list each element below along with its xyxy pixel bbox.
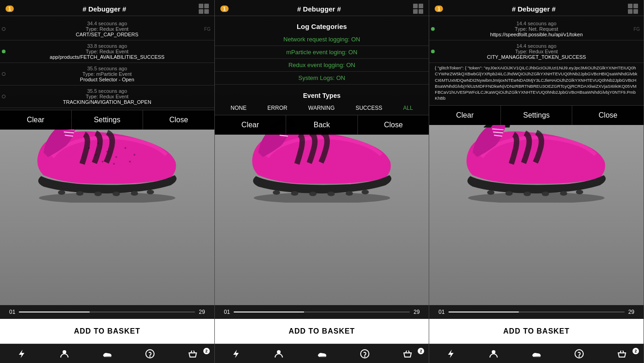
clear-button-1[interactable]: Clear: [0, 110, 72, 130]
svg-point-39: [487, 190, 494, 195]
nav-item-help-2[interactable]: [343, 349, 386, 360]
nav-item-person-1[interactable]: [43, 349, 86, 360]
event-type-warning[interactable]: WARNING: [305, 104, 338, 112]
debugger-logs-1: 34.4 secouns ago Type: Redux Event CART/…: [0, 16, 214, 110]
debugger-overlay-3: 1 # Debugger # 14.4 secouns ago Type: Ne…: [429, 0, 644, 125]
svg-point-42: [542, 192, 549, 196]
log-entry[interactable]: 35.5 secouns ago Type: Redux Event TRACK…: [0, 85, 214, 108]
debugger-title-1: # Debugger #: [14, 5, 195, 13]
close-button-1[interactable]: Close: [143, 110, 214, 130]
nav-item-shoe-3[interactable]: [515, 349, 558, 360]
log-type: Type: mParticle Event: [6, 71, 209, 77]
size-min-3: 01: [438, 309, 444, 315]
svg-point-10: [88, 147, 90, 149]
size-bar-1[interactable]: [19, 312, 195, 312]
add-to-basket-button-3[interactable]: ADD TO BASKET: [429, 319, 644, 344]
log-message: app/products/FETCH_AVAILABILITIES_SUCCES…: [6, 54, 209, 60]
settings-button-1[interactable]: Settings: [72, 110, 144, 130]
size-selector-2: 01 29: [215, 305, 429, 319]
svg-point-40: [506, 191, 513, 196]
log-time: 35.5 secouns ago: [6, 66, 209, 71]
svg-point-2: [76, 191, 84, 196]
svg-point-44: [576, 190, 583, 194]
log-categories-title: Log Categories: [215, 20, 429, 33]
debugger-overlay-2: 1 # Debugger # Log Categories Network re…: [215, 0, 429, 135]
log-type: Type: Redux Event: [6, 49, 209, 54]
log-type: Type: Net. Request: [435, 26, 638, 32]
svg-marker-48: [448, 350, 454, 358]
panel-2: 1 # Debugger # Log Categories Network re…: [215, 0, 430, 363]
debugger-header-2: 1 # Debugger #: [215, 0, 429, 16]
log-entry[interactable]: 14.4 secouns ago Type: Net. Request http…: [429, 18, 644, 40]
add-to-basket-button-1[interactable]: ADD TO BASKET: [0, 319, 214, 344]
debugger-badge-3: 1: [435, 6, 443, 12]
log-indicator: [2, 72, 6, 76]
log-categories-panel: Log Categories Network request logging: …: [215, 16, 429, 88]
clear-button-2[interactable]: Clear: [215, 115, 287, 135]
log-entry[interactable]: 35.5 secouns ago Type: mParticle Event P…: [0, 63, 214, 85]
event-type-none[interactable]: NONE: [228, 104, 249, 112]
close-button-3[interactable]: Close: [572, 106, 644, 125]
log-cat-item[interactable]: mParticle event loging: ON: [215, 46, 429, 59]
log-cat-item[interactable]: Network request logging: ON: [215, 33, 429, 46]
svg-point-21: [63, 350, 66, 354]
svg-point-51: [579, 357, 580, 357]
log-time: 14.4 secouns ago: [435, 43, 638, 49]
debugger-footer-3: Clear Settings Close: [429, 105, 644, 125]
size-min-2: 01: [224, 309, 230, 315]
grid-icon-1[interactable]: [199, 4, 209, 14]
nav-item-basket-2[interactable]: 2: [386, 349, 429, 360]
event-type-success[interactable]: SUCCESS: [353, 104, 385, 112]
svg-point-28: [327, 192, 334, 196]
nav-item-bolt-3[interactable]: [429, 349, 472, 360]
size-max-2: 29: [414, 309, 420, 315]
add-to-basket-button-2[interactable]: ADD TO BASKET: [215, 319, 429, 344]
nav-item-shoe-2[interactable]: [300, 349, 343, 360]
log-entry[interactable]: 33.8 secouns ago Type: Redux Event app/p…: [0, 40, 214, 63]
svg-point-29: [345, 191, 353, 196]
nav-item-help-3[interactable]: [558, 349, 601, 360]
log-entry[interactable]: 34.4 secouns ago Type: Redux Event CART/…: [0, 18, 214, 40]
nav-item-shoe-1[interactable]: [86, 349, 128, 360]
svg-point-30: [362, 190, 369, 194]
clear-button-3[interactable]: Clear: [429, 106, 501, 125]
nav-item-basket-1[interactable]: 2: [172, 349, 214, 360]
svg-point-15: [133, 154, 135, 156]
log-cat-item[interactable]: System Logs: ON: [215, 72, 429, 85]
debugger-title-2: # Debugger #: [229, 5, 410, 13]
nav-item-basket-3[interactable]: 2: [601, 349, 644, 360]
back-button-2[interactable]: Back: [286, 115, 358, 135]
help-icon-3: [574, 349, 584, 360]
event-types-title: Event Types: [215, 88, 429, 101]
grid-icon-2[interactable]: [413, 4, 423, 14]
svg-marker-20: [19, 350, 24, 358]
debugger-footer-2: Clear Back Close: [215, 115, 429, 135]
nav-item-person-2[interactable]: [258, 349, 300, 360]
size-bar-2[interactable]: [234, 312, 410, 312]
nav-item-bolt-1[interactable]: [0, 349, 43, 360]
log-time: 34.4 secouns ago: [6, 21, 209, 26]
svg-point-16: [102, 161, 104, 163]
log-message: TRACKING/NAVIGATION_BAR_OPEN: [6, 99, 209, 105]
basket-badge-2: 2: [418, 348, 424, 354]
log-entry[interactable]: 14.4 secouns ago Type: Redux Event CITY_…: [429, 40, 644, 63]
nav-item-bolt-2[interactable]: [215, 349, 258, 360]
log-indicator: [431, 50, 435, 53]
bolt-icon-1: [17, 349, 27, 360]
grid-icon-3[interactable]: [628, 4, 638, 14]
nav-item-help-1[interactable]: [128, 349, 171, 360]
log-message: CART/SET_CAP_ORDERS: [6, 32, 209, 37]
log-cat-item[interactable]: Redux event logging: ON: [215, 59, 429, 72]
size-selector-1: 01 29: [0, 305, 214, 319]
nav-item-person-3[interactable]: [472, 349, 515, 360]
size-bar-3[interactable]: [448, 312, 625, 312]
basket-badge-1: 2: [203, 348, 210, 354]
bottom-nav-2: 2: [215, 344, 429, 363]
close-button-2[interactable]: Close: [358, 115, 429, 135]
help-icon-2: [360, 349, 370, 360]
settings-button-3[interactable]: Settings: [501, 106, 573, 125]
size-min-1: 01: [9, 309, 15, 315]
event-type-error[interactable]: ERROR: [264, 104, 290, 112]
log-type: Type: Redux Event: [6, 94, 209, 99]
event-type-all[interactable]: ALL: [400, 104, 415, 112]
